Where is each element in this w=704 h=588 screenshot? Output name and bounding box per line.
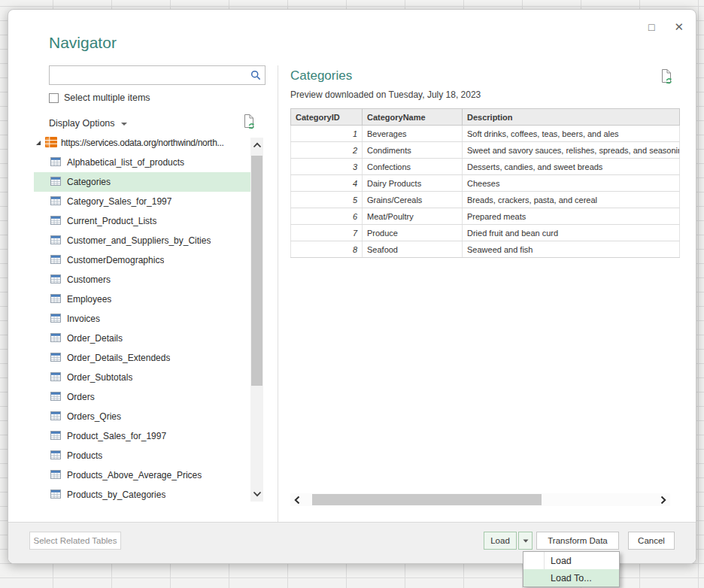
excel-worksheet-background: □ ✕ Navigator Select multiple items Disp… — [0, 0, 704, 588]
table-row[interactable]: 6 Meat/Poultry Prepared meats — [291, 208, 680, 225]
tree-item[interactable]: Product_Sales_for_1997 — [34, 426, 258, 446]
chevron-down-icon[interactable] — [121, 123, 127, 126]
tree-item[interactable]: Employees — [34, 289, 258, 309]
refresh-preview-icon[interactable] — [242, 114, 256, 133]
refresh-document-icon[interactable] — [660, 68, 674, 88]
table-icon — [50, 235, 61, 247]
cell-description: Seaweed and fish — [463, 241, 680, 258]
cell-category-id: 2 — [291, 142, 363, 159]
tree-item[interactable]: Products — [34, 446, 258, 465]
close-icon[interactable]: ✕ — [674, 20, 684, 34]
maximize-icon[interactable]: □ — [648, 20, 654, 34]
cell-category-name: Meat/Poultry — [363, 208, 463, 225]
tree-item-label: Customers — [67, 274, 111, 285]
cell-description: Prepared meats — [463, 208, 680, 225]
expand-collapse-icon[interactable] — [35, 138, 41, 148]
tree-item[interactable]: Invoices — [34, 309, 258, 329]
tree-item[interactable]: Products_by_Categories — [34, 485, 258, 505]
cell-category-name: Confections — [363, 159, 463, 175]
search-input[interactable] — [50, 67, 247, 83]
tree-item[interactable]: Customer_and_Suppliers_by_Cities — [34, 231, 258, 250]
cell-category-id: 8 — [291, 241, 363, 258]
tree-item[interactable]: Order_Subtotals — [34, 368, 258, 387]
cell-category-name: Beverages — [363, 126, 463, 142]
table-icon — [50, 411, 61, 423]
tree-item[interactable]: Products_Above_Average_Prices — [34, 465, 258, 485]
tree-item-label: Current_Product_Lists — [67, 216, 156, 226]
cell-description: Desserts, candies, and sweet breads — [463, 159, 680, 175]
tree-item[interactable]: Customers — [34, 270, 258, 289]
table-icon — [50, 314, 61, 325]
tree-item[interactable]: CustomerDemographics — [34, 250, 258, 270]
display-options-row: Display Options — [49, 114, 266, 133]
scroll-up-icon[interactable] — [250, 138, 263, 153]
cell-category-id: 6 — [291, 208, 363, 225]
preview-subtitle: Preview downloaded on Tuesday, July 18, … — [290, 89, 481, 100]
scroll-down-icon[interactable] — [250, 486, 263, 502]
scroll-left-icon[interactable] — [290, 493, 304, 506]
cell-description: Sweet and savory sauces, relishes, sprea… — [463, 142, 680, 159]
table-row[interactable]: 8 Seafood Seaweed and fish — [291, 241, 680, 258]
preview-horizontal-scrollbar[interactable] — [290, 493, 670, 506]
tree-scrollbar[interactable] — [250, 138, 263, 502]
transform-data-button[interactable]: Transform Data — [536, 532, 619, 550]
table-icon — [50, 372, 61, 383]
tree-item[interactable]: Orders_Qries — [34, 407, 258, 426]
tree-item-label: Orders_Qries — [67, 411, 121, 422]
tree-scrollbar-thumb[interactable] — [251, 156, 262, 386]
table-row[interactable]: 2 Condiments Sweet and savory sauces, re… — [291, 142, 680, 159]
tree-root-item[interactable]: https://services.odata.org/northwind/nor… — [34, 133, 258, 153]
table-row[interactable]: 4 Dairy Products Cheeses — [291, 175, 680, 192]
menu-item[interactable]: Load To... — [523, 569, 619, 586]
horizontal-scrollbar-thumb[interactable] — [312, 494, 542, 505]
cancel-button[interactable]: Cancel — [628, 532, 675, 550]
tree-item[interactable]: Categories — [34, 172, 258, 192]
table-icon — [50, 274, 61, 286]
table-icon — [50, 333, 61, 344]
tree-item-label: Categories — [67, 177, 111, 187]
tree-item[interactable]: Current_Product_Lists — [34, 211, 258, 231]
tree-item-label: CustomerDemographics — [67, 255, 164, 265]
tree-item-label: Order_Details_Extendeds — [67, 353, 170, 363]
tree-item-label: Order_Subtotals — [67, 372, 132, 383]
table-icon — [50, 353, 61, 364]
table-icon — [50, 294, 61, 305]
tree-item[interactable]: Order_Details — [34, 329, 258, 348]
tree-item[interactable]: Order_Details_Extendeds — [34, 348, 258, 368]
display-options-dropdown[interactable]: Display Options — [49, 118, 115, 129]
search-icon[interactable] — [247, 70, 265, 80]
tree-item-label: Employees — [67, 294, 111, 305]
pane-divider — [278, 65, 278, 523]
cell-category-id: 7 — [291, 225, 363, 241]
table-icon — [50, 470, 61, 481]
column-header-categoryname: CategoryName — [363, 109, 463, 126]
table-icon — [50, 450, 61, 462]
load-dropdown-arrow-button[interactable] — [518, 532, 533, 550]
tree-root-label: https://services.odata.org/northwind/nor… — [61, 138, 249, 148]
scroll-right-icon[interactable] — [657, 493, 670, 506]
table-row[interactable]: 7 Produce Dried fruit and bean curd — [291, 225, 680, 241]
tree-item[interactable]: Orders — [34, 387, 258, 407]
cell-category-id: 3 — [291, 159, 363, 175]
load-menu: Load Load To... — [523, 551, 620, 587]
load-button[interactable]: Load — [484, 532, 517, 550]
table-row[interactable]: 1 Beverages Soft drinks, coffees, teas, … — [291, 126, 680, 142]
tree-item-label: Alphabetical_list_of_products — [67, 157, 184, 168]
tree-item[interactable]: Alphabetical_list_of_products — [34, 153, 258, 172]
menu-item[interactable]: Load — [523, 552, 619, 569]
preview-table: CategoryID CategoryName Description 1 Be… — [290, 108, 680, 258]
table-row[interactable]: 5 Grains/Cereals Breads, crackers, pasta… — [291, 192, 680, 208]
odata-feed-icon — [45, 137, 57, 150]
table-row[interactable]: 3 Confections Desserts, candies, and swe… — [291, 159, 680, 175]
table-icon — [50, 157, 61, 168]
select-related-tables-button[interactable]: Select Related Tables — [29, 532, 121, 550]
search-box — [49, 65, 266, 85]
cell-description: Soft drinks, coffees, teas, beers, and a… — [463, 126, 680, 142]
table-icon — [50, 489, 61, 501]
select-multiple-checkbox[interactable] — [49, 93, 59, 103]
table-header-row: CategoryID CategoryName Description — [291, 109, 680, 126]
select-multiple-label: Select multiple items — [64, 92, 150, 103]
column-header-categoryid: CategoryID — [291, 109, 363, 126]
tree-item[interactable]: Category_Sales_for_1997 — [34, 192, 258, 211]
cell-category-name: Produce — [363, 225, 463, 241]
